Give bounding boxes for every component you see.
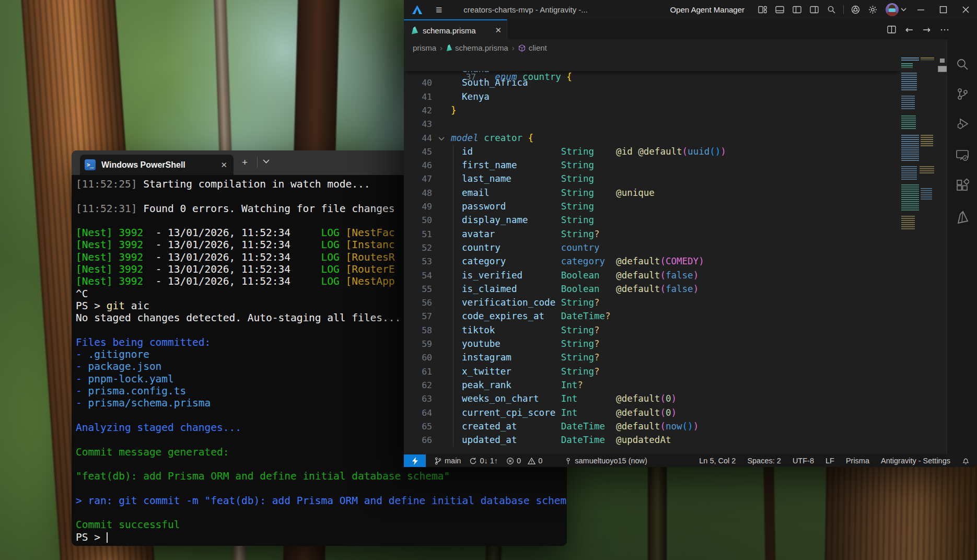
sticky-scroll-line: 37 enum country { xyxy=(404,56,900,71)
eol-setting[interactable]: LF xyxy=(825,457,834,465)
sync-icon xyxy=(469,457,477,465)
search-icon[interactable] xyxy=(827,5,836,14)
symbol-cube-icon xyxy=(518,44,526,52)
code-line: 45 id String @id @default(uuid()) xyxy=(404,145,726,158)
code-line: 44model creator { xyxy=(404,131,533,145)
code-line: 58 tiktok String? xyxy=(404,323,600,337)
titlebar-divider xyxy=(257,157,258,168)
code-editor[interactable]: Ghana40 South_Africa41 Kenya42 }43 44mod… xyxy=(404,56,900,454)
activity-bar xyxy=(947,39,977,454)
search-icon[interactable] xyxy=(956,57,969,71)
breadcrumb-folder[interactable]: prisma xyxy=(413,43,436,52)
terminal-tab-powershell[interactable]: >_ Windows PowerShell ✕ xyxy=(80,155,234,175)
code-line: 52 country country xyxy=(404,241,600,254)
split-editor-left-icon[interactable] xyxy=(793,5,801,14)
branch-indicator[interactable]: main xyxy=(434,457,461,465)
remote-indicator[interactable] xyxy=(404,454,426,467)
code-line: 62 peak_rank Int? xyxy=(404,378,583,392)
titlebar-divider xyxy=(843,5,844,14)
remote-explorer-icon[interactable] xyxy=(956,148,969,162)
person-pin-icon xyxy=(564,457,572,465)
split-editor-right-icon[interactable] xyxy=(810,5,819,14)
scrollbar-handle[interactable] xyxy=(940,59,945,63)
open-agent-manager-button[interactable]: Open Agent Manager xyxy=(670,5,745,14)
code-line: 43 xyxy=(404,117,451,131)
user-avatar[interactable] xyxy=(886,3,899,16)
minimize-button[interactable] xyxy=(917,6,925,14)
terminal-line: Commit successful xyxy=(76,519,567,531)
breadcrumb-separator: › xyxy=(440,43,443,52)
layout-grid-icon[interactable] xyxy=(758,5,767,14)
notifications-bell-icon[interactable] xyxy=(962,457,970,465)
terminal-line xyxy=(76,507,567,519)
git-branch-icon xyxy=(434,457,442,465)
editor-titlebar[interactable]: ≡ creators-charts-mvp - Antigravity -...… xyxy=(404,0,977,19)
split-editor-icon[interactable] xyxy=(887,25,896,34)
terminal-line: "feat(db): add Prisma ORM and define ini… xyxy=(76,470,567,482)
code-line: 54 is_verified Boolean @default(false) xyxy=(404,269,699,282)
prisma-file-icon xyxy=(411,27,418,34)
error-count: 0 xyxy=(517,457,521,465)
extensions-icon[interactable] xyxy=(956,178,969,192)
desktop: >_ Windows PowerShell ✕ + [11:52:25] Sta… xyxy=(0,0,977,560)
menu-icon[interactable]: ≡ xyxy=(436,4,442,15)
code-line: 59 youtube String? xyxy=(404,337,600,351)
code-line: 47 last_name String xyxy=(404,172,594,185)
breadcrumb-symbol[interactable]: client xyxy=(529,43,547,52)
code-line: 57 code_expires_at DateTime? xyxy=(404,309,611,323)
editor-tabbar: schema.prisma ✕ ← → ⋯ xyxy=(404,19,977,39)
more-actions-icon[interactable]: ⋯ xyxy=(940,24,949,35)
code-line: 60 instagram String? xyxy=(404,351,600,364)
close-tab-icon[interactable]: ✕ xyxy=(495,26,502,35)
terminal-line: > ran: git commit -m "feat(db): add Pris… xyxy=(76,495,567,507)
code-line: 49 password String xyxy=(404,200,594,213)
account-name: samueltuoyo15 (now) xyxy=(575,457,647,465)
prisma-extension-icon[interactable] xyxy=(956,211,969,224)
code-line: 53 category category @default(COMEDY) xyxy=(404,254,704,268)
problems-indicator[interactable]: 0 0 xyxy=(506,457,542,465)
navigate-forward-icon[interactable]: → xyxy=(923,24,931,35)
navigate-back-icon[interactable]: ← xyxy=(905,24,913,35)
source-control-icon[interactable] xyxy=(956,87,969,101)
sync-counts: 0↓ 1↑ xyxy=(480,457,498,465)
code-line: 50 display_name String xyxy=(404,213,594,227)
close-tab-icon[interactable]: ✕ xyxy=(220,160,227,170)
maximize-button[interactable] xyxy=(939,6,947,14)
code-line: 64 current_cpi_score Int @default(0) xyxy=(404,406,677,419)
terminal-line xyxy=(76,482,567,494)
scrollbar[interactable] xyxy=(938,39,947,454)
close-button[interactable] xyxy=(962,6,970,14)
new-tab-button[interactable]: + xyxy=(242,157,248,167)
code-line: 65 created_at DateTime @default(now()) xyxy=(404,419,699,433)
breadcrumb-separator: › xyxy=(512,43,515,52)
settings-mode[interactable]: Antigravity - Settings xyxy=(881,457,950,465)
account-chevron-icon[interactable] xyxy=(901,8,906,11)
tab-dropdown-icon[interactable] xyxy=(263,159,270,164)
code-line: 61 x_twitter String? xyxy=(404,365,600,378)
indent-setting[interactable]: Spaces: 2 xyxy=(747,457,781,465)
terminal-tab-title: Windows PowerShell xyxy=(101,160,185,170)
code-line: 46 first_name String xyxy=(404,158,594,172)
code-line: 66 updated_at DateTime @updatedAt xyxy=(404,433,671,447)
settings-gear-icon[interactable] xyxy=(868,5,877,14)
prisma-file-icon xyxy=(446,44,452,51)
sync-indicator[interactable]: 0↓ 1↑ xyxy=(469,457,498,465)
antigravity-logo-icon xyxy=(412,5,422,14)
breadcrumb-file[interactable]: schema.prisma xyxy=(455,43,508,52)
code-line: 56 verification_code String? xyxy=(404,296,600,309)
tab-label: schema.prisma xyxy=(423,26,476,35)
tab-schema-prisma[interactable]: schema.prisma ✕ xyxy=(404,19,507,40)
code-line: 42 } xyxy=(404,103,457,117)
encoding[interactable]: UTF-8 xyxy=(793,457,814,465)
language-mode[interactable]: Prisma xyxy=(846,457,869,465)
code-line: 48 email String @unique xyxy=(404,186,655,200)
window-title: creators-charts-mvp - Antigravity -... xyxy=(463,5,588,14)
toggle-panel-icon[interactable] xyxy=(775,5,784,14)
run-debug-icon[interactable] xyxy=(956,117,969,131)
browser-icon[interactable] xyxy=(851,5,860,14)
cursor-position[interactable]: Ln 5, Col 2 xyxy=(699,457,736,465)
minimap[interactable] xyxy=(900,56,938,454)
code-line: 63 weeks_on_chart Int @default(0) xyxy=(404,392,677,405)
terminal-line: PS > xyxy=(76,531,567,543)
account-status[interactable]: samueltuoyo15 (now) xyxy=(564,457,647,465)
